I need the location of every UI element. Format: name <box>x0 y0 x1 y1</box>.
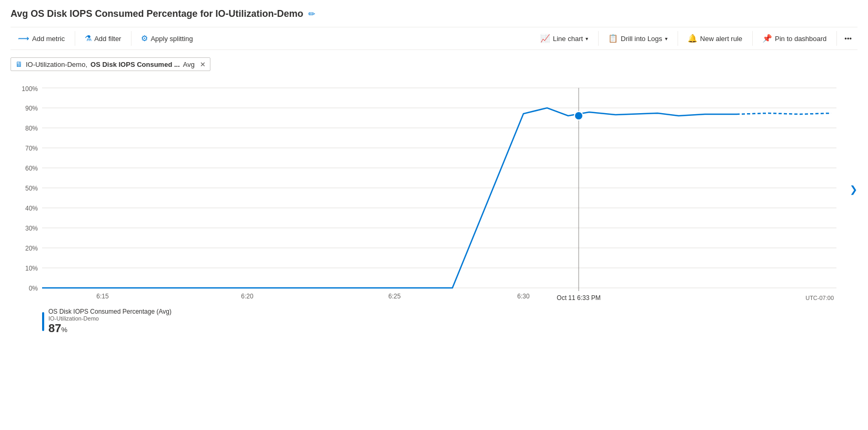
svg-text:6:30: 6:30 <box>517 293 530 300</box>
new-alert-rule-button[interactable]: 🔔 New alert rule <box>680 31 750 46</box>
add-metric-button[interactable]: ⟿ Add metric <box>11 31 73 46</box>
title-row: Avg OS Disk IOPS Consumed Percentage for… <box>11 8 857 19</box>
toolbar: ⟿ Add metric ⚗ Add filter ⚙ Apply splitt… <box>11 27 857 50</box>
page-container: Avg OS Disk IOPS Consumed Percentage for… <box>0 0 868 430</box>
y-axis: 100% 90% 80% 70% 60% 50% 40% 30% 20% 10%… <box>22 85 38 292</box>
chart-line-solid-2 <box>615 113 736 116</box>
filter-label-1: IO-Utilization-Demo, <box>26 61 87 68</box>
svg-text:40%: 40% <box>25 205 38 212</box>
filter-pill-row: 🖥 IO-Utilization-Demo, OS Disk IOPS Cons… <box>11 57 857 71</box>
svg-text:6:20: 6:20 <box>241 293 254 300</box>
add-filter-button[interactable]: ⚗ Add filter <box>77 31 129 46</box>
new-alert-icon: 🔔 <box>688 34 698 43</box>
chart-line-solid <box>42 108 615 288</box>
drill-logs-arrow: ▾ <box>665 36 668 42</box>
svg-text:70%: 70% <box>25 145 38 152</box>
chart-line-dashed <box>736 113 831 114</box>
legend-color-bar <box>42 312 44 331</box>
add-metric-icon: ⟿ <box>18 34 29 43</box>
svg-text:50%: 50% <box>25 185 38 192</box>
filter-label-2: OS Disk IOPS Consumed ... <box>90 61 180 68</box>
chart-wrapper: 100% 90% 80% 70% 60% 50% 40% 30% 20% 10%… <box>11 76 857 335</box>
apply-splitting-icon: ⚙ <box>141 34 148 43</box>
page-title: Avg OS Disk IOPS Consumed Percentage for… <box>11 8 303 19</box>
svg-text:60%: 60% <box>25 165 38 172</box>
separator-2 <box>131 31 132 46</box>
timezone-label: UTC-07:00 <box>805 295 834 301</box>
crosshair-label: Oct 11 6:33 PM <box>557 294 600 302</box>
separator-5 <box>752 31 753 46</box>
svg-text:30%: 30% <box>25 225 38 232</box>
grid-lines <box>42 88 836 288</box>
legend-text: OS Disk IOPS Consumed Percentage (Avg) I… <box>48 308 171 335</box>
vm-icon: 🖥 <box>15 60 23 68</box>
svg-text:80%: 80% <box>25 125 38 132</box>
data-point-dot <box>574 112 583 120</box>
legend-subtitle: IO-Utilization-Demo <box>48 315 171 322</box>
svg-text:20%: 20% <box>25 245 38 252</box>
pin-icon: 📌 <box>762 34 772 43</box>
svg-text:100%: 100% <box>22 85 38 93</box>
svg-text:90%: 90% <box>25 105 38 112</box>
chart-svg-container: 100% 90% 80% 70% 60% 50% 40% 30% 20% 10%… <box>11 76 857 303</box>
filter-close-button[interactable]: ✕ <box>200 61 206 68</box>
apply-splitting-button[interactable]: ⚙ Apply splitting <box>134 31 200 46</box>
line-chart-icon: 📈 <box>540 34 550 43</box>
line-chart-arrow: ▾ <box>586 36 588 42</box>
legend-item: OS Disk IOPS Consumed Percentage (Avg) I… <box>42 308 857 335</box>
add-filter-icon: ⚗ <box>85 34 92 43</box>
svg-text:6:15: 6:15 <box>96 293 109 300</box>
line-chart-button[interactable]: 📈 Line chart ▾ <box>533 31 596 46</box>
pin-to-dashboard-button[interactable]: 📌 Pin to dashboard <box>755 31 834 46</box>
svg-text:10%: 10% <box>25 265 38 272</box>
separator-3 <box>598 31 599 46</box>
chart-legend: OS Disk IOPS Consumed Percentage (Avg) I… <box>11 308 857 335</box>
x-axis: 6:15 6:20 6:25 6:30 <box>96 293 530 300</box>
legend-value: 87% <box>48 322 171 335</box>
more-options-icon: ••• <box>844 35 852 43</box>
svg-text:6:25: 6:25 <box>388 293 401 300</box>
edit-icon[interactable]: ✏ <box>308 9 315 19</box>
svg-text:0%: 0% <box>29 285 38 292</box>
drill-into-logs-button[interactable]: 📋 Drill into Logs ▾ <box>601 31 675 46</box>
more-options-button[interactable]: ••• <box>839 32 857 46</box>
chart-right-arrow[interactable]: ❯ <box>850 184 857 195</box>
legend-title: OS Disk IOPS Consumed Percentage (Avg) <box>48 308 171 315</box>
separator-6 <box>836 31 837 46</box>
separator-1 <box>75 31 75 46</box>
filter-pill: 🖥 IO-Utilization-Demo, OS Disk IOPS Cons… <box>11 57 210 71</box>
drill-logs-icon: 📋 <box>608 34 618 43</box>
filter-label-3: Avg <box>183 61 195 68</box>
chart-svg: 100% 90% 80% 70% 60% 50% 40% 30% 20% 10%… <box>11 76 847 303</box>
separator-4 <box>678 31 678 46</box>
